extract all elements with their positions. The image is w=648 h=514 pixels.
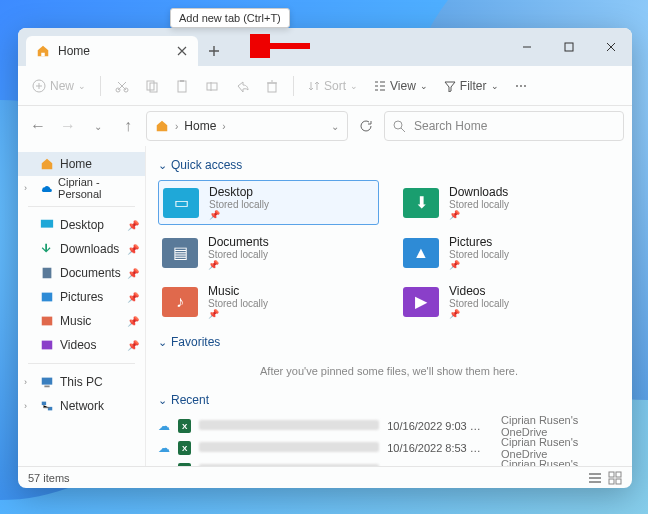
minimize-button[interactable] [506,28,548,66]
svg-rect-13 [41,220,53,228]
cloud-icon: ☁ [158,441,170,455]
svg-rect-15 [42,293,53,302]
videos-icon [40,338,54,352]
new-tab-button[interactable] [198,36,230,66]
plus-icon [208,45,220,57]
svg-rect-8 [178,81,186,92]
sidebar-item-thispc[interactable]: ›This PC [18,370,145,394]
tab-close-button[interactable] [174,43,190,59]
copy-button[interactable] [139,72,165,100]
rename-icon [205,79,219,93]
back-button[interactable]: ← [26,114,50,138]
tab-strip: Home [18,28,632,66]
quick-access-videos[interactable]: ▶VideosStored locally📌 [399,280,620,323]
pc-icon [40,375,54,389]
recent-locations-button[interactable]: ⌄ [86,114,110,138]
section-favorites[interactable]: Favorites [158,335,620,349]
sidebar-item-videos[interactable]: Videos📌 [18,333,145,357]
folder-icon: ▲ [403,238,439,268]
rename-button[interactable] [199,72,225,100]
details-view-button[interactable] [588,471,602,485]
item-count: 57 items [28,472,70,484]
sidebar-item-pictures[interactable]: Pictures📌 [18,285,145,309]
folder-icon: ⬇ [403,188,439,218]
close-window-button[interactable] [590,28,632,66]
section-quick-access[interactable]: Quick access [158,158,620,172]
svg-rect-16 [42,317,53,326]
sidebar-item-downloads[interactable]: Downloads📌 [18,237,145,261]
quick-access-pictures[interactable]: ▲PicturesStored locally📌 [399,231,620,274]
pin-icon: 📌 [127,340,139,351]
sidebar-item-personal[interactable]: › Ciprian - Personal [18,176,145,200]
address-bar[interactable]: › Home › ⌄ [146,111,348,141]
breadcrumb-home[interactable]: Home [184,119,216,133]
recent-file-row[interactable]: ☁X10/16/2022 9:03 …Ciprian Rusen's OneDr… [158,415,620,437]
sort-button[interactable]: Sort⌄ [302,72,364,100]
documents-icon [40,266,54,280]
svg-rect-2 [565,43,573,51]
downloads-icon [40,242,54,256]
new-button[interactable]: New ⌄ [26,72,92,100]
tab-title: Home [58,44,90,58]
view-button[interactable]: View⌄ [368,72,434,100]
quick-access-downloads[interactable]: ⬇DownloadsStored locally📌 [399,180,620,225]
file-explorer-window: Home New ⌄ Sort⌄ [18,28,632,488]
refresh-button[interactable] [354,114,378,138]
quick-access-documents[interactable]: ▤DocumentsStored locally📌 [158,231,379,274]
new-tab-tooltip: Add new tab (Ctrl+T) [170,8,290,28]
status-bar: 57 items [18,466,632,488]
svg-rect-22 [609,472,614,477]
svg-rect-24 [609,479,614,484]
delete-button[interactable] [259,72,285,100]
pin-icon: 📌 [449,210,509,220]
recent-file-row[interactable]: ☁X10/16/2022 8:53 …Ciprian Rusen's OneDr… [158,437,620,459]
search-placeholder: Search Home [414,119,487,133]
chevron-down-icon[interactable]: ⌄ [331,121,339,132]
desktop-icon [40,218,54,232]
navigation-pane: Home › Ciprian - Personal Desktop📌 Downl… [18,146,146,466]
pin-icon: 📌 [208,260,269,270]
section-recent[interactable]: Recent [158,393,620,407]
maximize-button[interactable] [548,28,590,66]
sidebar-item-home[interactable]: Home [18,152,145,176]
paste-icon [175,79,189,93]
up-button[interactable]: ↑ [116,114,140,138]
quick-access-music[interactable]: ♪MusicStored locally📌 [158,280,379,323]
svg-rect-9 [180,80,184,82]
share-icon [235,79,249,93]
view-icon [374,80,386,92]
refresh-icon [359,119,373,133]
cloud-icon: ☁ [158,419,170,433]
pin-icon: 📌 [127,316,139,327]
sidebar-item-desktop[interactable]: Desktop📌 [18,213,145,237]
minimize-icon [522,42,532,52]
sidebar-item-documents[interactable]: Documents📌 [18,261,145,285]
tab-home[interactable]: Home [26,36,198,66]
sort-icon [308,80,320,92]
forward-button[interactable]: → [56,114,80,138]
svg-rect-14 [43,268,52,279]
recent-file-row[interactable]: ☁X10/16/2022 8:46 …Ciprian Rusen's OneDr… [158,459,620,466]
quick-access-desktop[interactable]: ▭DesktopStored locally📌 [158,180,379,225]
folder-icon: ▭ [163,188,199,218]
thumbnails-view-button[interactable] [608,471,622,485]
share-button[interactable] [229,72,255,100]
nav-row: ← → ⌄ ↑ › Home › ⌄ Search Home [18,106,632,146]
svg-rect-25 [616,479,621,484]
close-icon [606,42,616,52]
cut-button[interactable] [109,72,135,100]
svg-rect-18 [42,378,53,385]
search-icon [393,120,406,133]
excel-icon: X [178,463,191,466]
search-box[interactable]: Search Home [384,111,624,141]
maximize-icon [564,42,574,52]
command-bar: New ⌄ Sort⌄ View⌄ Filter⌄ ⋯ [18,66,632,106]
filter-button[interactable]: Filter⌄ [438,72,505,100]
paste-button[interactable] [169,72,195,100]
more-button[interactable]: ⋯ [509,72,533,100]
home-icon [36,44,50,58]
content-area: Quick access ▭DesktopStored locally📌⬇Dow… [146,146,632,466]
sidebar-item-music[interactable]: Music📌 [18,309,145,333]
sidebar-item-network[interactable]: ›Network [18,394,145,418]
svg-rect-20 [42,402,46,406]
